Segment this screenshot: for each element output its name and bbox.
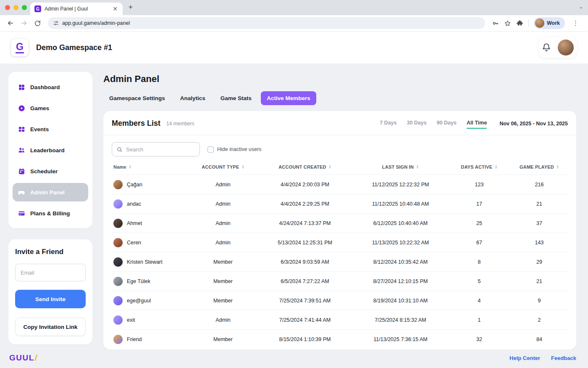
last-sign-in-cell: 7/25/2024 8:15:32 AM [353,310,448,330]
time-filter-all-time[interactable]: All Time [467,118,487,129]
sort-icon[interactable]: ▲▼ [556,165,559,169]
account-type-cell: Member [189,291,257,310]
column-header-account-created: ACCOUNT CREATED▲▼ [257,160,353,175]
back-button[interactable] [4,17,17,29]
sidebar-item-games[interactable]: Games [13,99,88,117]
tab-search-chevron-icon[interactable]: ⌄ [579,4,583,10]
forward-button[interactable] [18,17,30,29]
table-row[interactable]: Kristen StewartMember6/3/2024 9:03:59 AM… [112,252,568,272]
hide-inactive-label: Hide inactive users [217,146,262,152]
member-name: Ahmet [127,220,142,226]
url-bar[interactable]: app.guul.games/admin-panel [48,17,485,29]
reload-button[interactable] [31,17,44,29]
notifications-bell-icon[interactable] [542,43,551,52]
sort-icon[interactable]: ▲▼ [495,165,497,169]
date-range[interactable]: Nov 06, 2025 - Nov 13, 2025 [499,121,568,127]
table-row[interactable]: exitAdmin7/25/2024 7:41:44 AM7/25/2024 8… [112,310,568,330]
copy-invitation-link-button[interactable]: Copy Invitation Link [15,318,86,336]
table-row[interactable]: FriendMember8/15/2024 1:10:39 PM11/13/20… [112,330,568,349]
browser-tab[interactable]: G Admin Panel | Guul ✕ [30,3,123,15]
sort-icon[interactable]: ▲▼ [242,165,244,169]
user-avatar[interactable] [558,40,574,56]
hide-inactive-checkbox[interactable] [207,146,214,153]
invite-email-field[interactable] [15,264,86,281]
days-active-cell: 8 [448,252,511,272]
new-tab-button[interactable]: + [129,3,133,11]
sidebar-item-plans-billing[interactable]: Plans & Billing [13,204,88,222]
table-row[interactable]: ege@guulMember7/25/2024 7:39:51 AM8/19/2… [112,291,568,310]
sort-icon[interactable]: ▲▼ [329,165,331,169]
member-name: Ceren [127,240,141,246]
table-row[interactable]: andacAdmin4/4/2024 2:29:25 PM11/12/2025 … [112,194,568,214]
profile-avatar [535,19,544,28]
account-type-cell: Admin [189,194,257,214]
sidebar-item-events[interactable]: Events [13,120,88,138]
people-icon [18,146,25,154]
hide-inactive-toggle[interactable]: Hide inactive users [207,146,262,153]
time-filter-30-days[interactable]: 30 Days [407,118,426,129]
tab-analytics[interactable]: Analytics [174,91,211,105]
invite-card: Invite a Friend Send Invite Copy Invitat… [8,239,92,344]
divider [528,19,529,27]
last-sign-in-cell: 11/13/2025 10:22:32 AM [353,233,448,252]
bookmark-star-icon[interactable] [504,20,511,27]
sidebar-item-label: Games [30,105,49,111]
sidebar-item-admin-panel[interactable]: Admin Panel [13,183,88,201]
sidebar-item-label: Leaderboard [30,147,65,154]
footer-link-feedback[interactable]: Feedback [551,355,576,361]
browser-profile-chip[interactable]: Work [534,17,565,29]
time-filter-90-days[interactable]: 90 Days [437,118,457,129]
account-created-cell: 6/5/2024 7:27:22 AM [257,272,353,291]
minimize-window-button[interactable] [13,5,18,10]
games-played-cell: 29 [511,252,568,272]
table-row[interactable]: AhmetAdmin4/24/2024 7:13:37 PM6/12/2025 … [112,214,568,233]
tab-title: Admin Panel | Guul [45,6,108,12]
games-played-cell: 37 [511,214,568,233]
gamepad-icon [18,188,25,196]
account-created-cell: 6/3/2024 9:03:59 AM [257,252,353,272]
account-type-cell: Member [189,252,257,272]
extensions-puzzle-icon[interactable] [516,20,523,27]
sidebar-item-scheduler[interactable]: Scheduler [13,162,88,180]
profile-label: Work [547,20,560,26]
members-count-badge: 14 members [166,121,194,127]
member-avatar [113,315,123,325]
app-footer: GUUL/ Help CenterFeedback [0,349,588,368]
browser-menu-icon[interactable]: ⋮ [570,19,581,27]
browser-action-icons: Work ⋮ [489,17,584,29]
account-created-cell: 4/4/2024 2:00:03 PM [257,175,353,194]
games-played-cell: 143 [511,233,568,252]
last-sign-in-cell: 8/19/2024 10:31:10 AM [353,291,448,310]
site-settings-icon[interactable] [53,20,59,26]
footer-link-help-center[interactable]: Help Center [509,355,540,361]
sort-icon[interactable]: ▲▼ [129,165,131,169]
search-input[interactable] [126,146,195,153]
members-table: Name▲▼ACCOUNT TYPE▲▼ACCOUNT CREATED▲▼LAS… [112,160,568,349]
send-invite-button[interactable]: Send Invite [15,290,86,308]
password-key-icon[interactable] [492,20,499,27]
games-played-cell: 216 [511,175,568,194]
close-window-button[interactable] [5,5,10,10]
table-row[interactable]: Ege TülekMember6/5/2024 7:27:22 AM8/27/2… [112,272,568,291]
guul-logo-icon[interactable]: G [11,39,29,56]
tab-gamespace-settings[interactable]: Gamespace Settings [103,91,171,105]
account-created-cell: 4/24/2024 7:13:37 PM [257,214,353,233]
maximize-window-button[interactable] [22,5,27,10]
table-row[interactable]: ÇağanAdmin4/4/2024 2:00:03 PM11/12/2025 … [112,175,568,194]
tab-active-members[interactable]: Active Members [261,91,316,105]
tab-game-stats[interactable]: Game Stats [215,91,257,105]
sidebar-item-leaderboard[interactable]: Leaderboard [13,141,88,159]
days-active-cell: 17 [448,194,511,214]
account-created-cell: 5/13/2024 12:25:31 PM [257,233,353,252]
time-filter-7-days[interactable]: 7 Days [380,118,396,129]
workspace-title: Demo Gamespace #1 [36,43,112,52]
sidebar-item-dashboard[interactable]: Dashboard [13,78,88,96]
account-created-cell: 7/25/2024 7:39:51 AM [257,291,353,310]
games-played-cell: 84 [511,330,568,349]
days-active-cell: 67 [448,233,511,252]
account-created-cell: 7/25/2024 7:41:44 AM [257,310,353,330]
column-header-account-type: ACCOUNT TYPE▲▼ [189,160,257,175]
table-row[interactable]: CerenAdmin5/13/2024 12:25:31 PM11/13/202… [112,233,568,252]
tab-close-icon[interactable]: ✕ [112,5,118,12]
sort-icon[interactable]: ▲▼ [416,165,419,169]
